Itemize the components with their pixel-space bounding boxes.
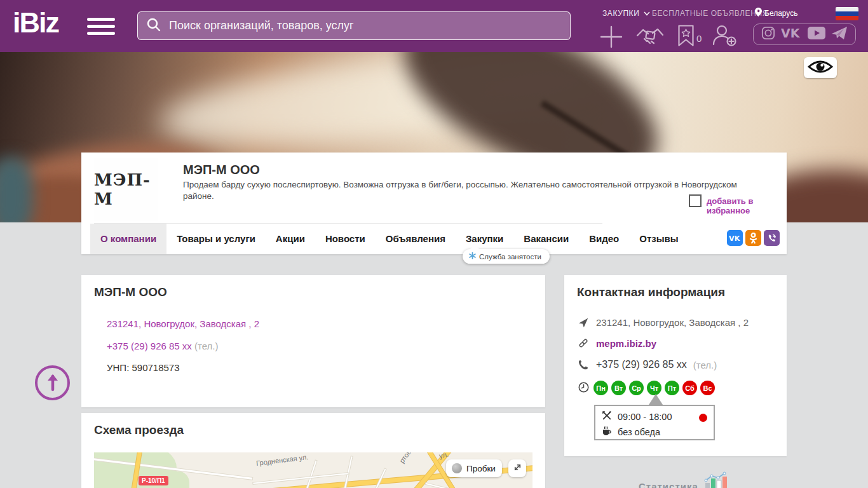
schedule-caret bbox=[649, 395, 662, 405]
page: iBiz ЗАКУПКИ БЕСПЛАТНЫЕ ОБЪЯВЛЕНИЯ Белар… bbox=[0, 0, 868, 488]
status-dot bbox=[699, 414, 707, 422]
scroll-to-top-button[interactable] bbox=[35, 365, 70, 400]
favorites-count: 0 bbox=[696, 33, 702, 44]
site-logo[interactable]: iBiz bbox=[13, 6, 58, 39]
map-street-label: Гродненская ул. bbox=[256, 453, 309, 467]
search-bar bbox=[137, 11, 571, 40]
coffee-cup-icon bbox=[602, 426, 612, 438]
map-road bbox=[253, 473, 348, 484]
login-person-icon[interactable] bbox=[712, 24, 737, 50]
day-badge-fri[interactable]: Пт bbox=[665, 381, 679, 395]
header-social-links: VK bbox=[753, 24, 856, 45]
svg-text:VK: VK bbox=[729, 234, 740, 242]
expand-arrows-icon bbox=[513, 463, 522, 475]
phone-note: (тел.) bbox=[194, 341, 218, 351]
add-to-favorites-label[interactable]: добавить в избранное bbox=[707, 196, 787, 215]
day-badge-sun[interactable]: Вс bbox=[700, 381, 715, 395]
company-description: Продаем барду сухую послеспиртовую. Возм… bbox=[183, 179, 755, 202]
directions-card: Схема проезда Гродненская ул. ртовая ул.… bbox=[81, 413, 545, 488]
day-badge-thu[interactable]: Чт bbox=[647, 381, 661, 395]
contact-phone[interactable]: +375 (29) 926 85 xx bbox=[596, 359, 687, 370]
tab-news[interactable]: Новости bbox=[315, 224, 376, 254]
company-logo: МЭП-М bbox=[94, 158, 158, 221]
employment-service-tooltip[interactable]: Служба занятости bbox=[463, 249, 550, 264]
statistics-chart-icon bbox=[703, 470, 729, 488]
weekday-badges: Пн Вт Ср Чт Пт Сб Вс bbox=[593, 381, 715, 395]
about-phone-row: +375 (29) 926 85 xx (тел.) bbox=[107, 341, 218, 351]
favorite-checkbox[interactable] bbox=[689, 194, 702, 207]
map-road bbox=[292, 461, 317, 488]
schedule-clock-row bbox=[577, 382, 590, 393]
day-badge-wed[interactable]: Ср bbox=[629, 381, 644, 395]
traffic-light-icon bbox=[452, 463, 462, 473]
navigation-arrow-icon bbox=[577, 318, 590, 328]
up-arrow-icon bbox=[46, 372, 60, 394]
company-name: МЭП-М ООО bbox=[183, 163, 260, 177]
vk-share-icon[interactable]: VK bbox=[727, 230, 743, 246]
contact-info-card: Контактная информация 231241, Новогрудок… bbox=[564, 275, 787, 456]
map-fullscreen-button[interactable] bbox=[508, 459, 526, 477]
phone-icon bbox=[577, 360, 590, 370]
map-street-label: ул. bbox=[438, 452, 449, 459]
handshake-icon[interactable] bbox=[635, 25, 665, 51]
tab-products[interactable]: Товары и услуги bbox=[166, 224, 266, 254]
top-header: iBiz ЗАКУПКИ БЕСПЛАТНЫЕ ОБЪЯВЛЕНИЯ Белар… bbox=[0, 0, 868, 52]
schedule-tooltip: 09:00 - 18:00 без обеда bbox=[594, 405, 715, 440]
favorites-bookmark-icon[interactable] bbox=[677, 24, 695, 50]
vk-icon[interactable]: VK bbox=[781, 26, 803, 43]
map-title: Схема проезда bbox=[94, 423, 184, 437]
tab-promos[interactable]: Акции bbox=[266, 224, 315, 254]
contact-address: 231241, Новогрудок, Заводская , 2 bbox=[596, 317, 749, 328]
clock-icon bbox=[577, 382, 590, 393]
yandex-map[interactable]: Гродненская ул. ртовая ул. ул. Р-10/П1 П… bbox=[94, 452, 532, 488]
tab-reviews[interactable]: Отзывы bbox=[629, 224, 688, 254]
company-header-card: МЭП-М МЭП-М ООО Продаем барду сухую посл… bbox=[81, 152, 787, 254]
day-badge-mon[interactable]: Пн bbox=[593, 381, 608, 395]
add-company-icon[interactable] bbox=[597, 23, 625, 53]
contact-site-row: mepm.ibiz.by bbox=[577, 337, 656, 349]
map-street-label: ртовая ул. bbox=[398, 452, 423, 464]
language-flag-ru[interactable] bbox=[836, 7, 858, 20]
schedule-hours: 09:00 - 18:00 bbox=[618, 412, 672, 422]
instagram-icon[interactable] bbox=[761, 26, 775, 43]
day-badge-sat[interactable]: Сб bbox=[682, 381, 697, 395]
schedule-hours-row: 09:00 - 18:00 bbox=[602, 410, 672, 423]
schedule-lunch-row: без обеда bbox=[602, 426, 660, 438]
link-icon bbox=[577, 337, 590, 349]
statistics-link[interactable]: Статистика bbox=[639, 470, 729, 488]
tab-ads[interactable]: Объявления bbox=[376, 224, 456, 254]
country-selector[interactable]: Беларусь bbox=[755, 8, 797, 18]
map-road-badge: Р-10/П1 bbox=[139, 476, 168, 485]
company-tabs: О компании Товары и услуги Акции Новости… bbox=[90, 224, 689, 254]
about-title: МЭП-М ООО bbox=[94, 285, 167, 299]
eye-icon bbox=[808, 59, 833, 77]
location-pin-icon bbox=[755, 8, 762, 18]
day-badge-tue[interactable]: Вт bbox=[611, 381, 626, 395]
schedule-lunch: без обеда bbox=[618, 427, 660, 437]
svg-text:VK: VK bbox=[781, 26, 801, 40]
contact-address-row: 231241, Новогрудок, Заводская , 2 bbox=[577, 317, 749, 328]
viber-share-icon[interactable] bbox=[764, 230, 780, 246]
accessibility-eye-button[interactable] bbox=[804, 57, 837, 78]
about-address-link[interactable]: 231241, Новогрудок, Заводская , 2 bbox=[107, 318, 259, 329]
tools-icon bbox=[602, 410, 612, 423]
employment-asterisk-icon bbox=[469, 252, 476, 261]
contact-phone-row: +375 (29) 926 85 xx (тел.) bbox=[577, 359, 717, 370]
ok-share-icon[interactable] bbox=[745, 230, 761, 246]
menu-icon[interactable] bbox=[87, 18, 115, 35]
free-ads-link[interactable]: БЕСПЛАТНЫЕ ОБЪЯВЛЕНИЯ bbox=[652, 9, 768, 18]
statistics-label: Статистика bbox=[639, 481, 698, 488]
company-website-link[interactable]: mepm.ibiz.by bbox=[596, 338, 656, 349]
tab-video[interactable]: Видео bbox=[579, 224, 629, 254]
about-phone-link[interactable]: +375 (29) 926 85 xx bbox=[107, 341, 192, 351]
about-company-card: МЭП-М ООО 231241, Новогрудок, Заводская … bbox=[81, 275, 545, 407]
contact-phone-note: (тел.) bbox=[693, 360, 717, 370]
telegram-icon[interactable] bbox=[831, 25, 848, 43]
youtube-icon[interactable] bbox=[808, 27, 825, 42]
tab-about[interactable]: О компании bbox=[90, 224, 166, 254]
map-road bbox=[426, 483, 512, 488]
purchases-menu[interactable]: ЗАКУПКИ bbox=[602, 9, 650, 18]
share-buttons: VK bbox=[727, 230, 780, 246]
search-input[interactable] bbox=[168, 18, 562, 33]
traffic-toggle-button[interactable]: Пробки bbox=[446, 459, 502, 477]
